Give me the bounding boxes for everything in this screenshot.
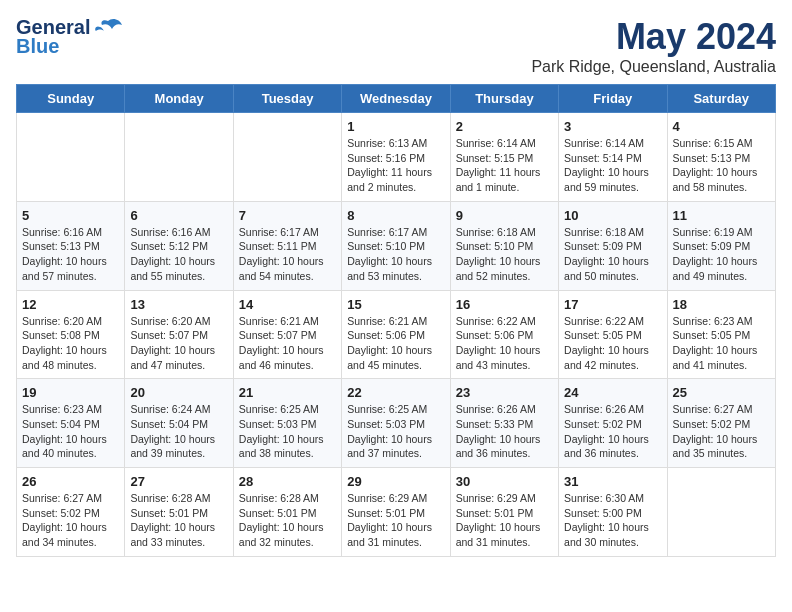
calendar-cell: 26Sunrise: 6:27 AMSunset: 5:02 PMDayligh…	[17, 468, 125, 557]
weekday-header-saturday: Saturday	[667, 85, 775, 113]
day-info: Sunrise: 6:26 AMSunset: 5:02 PMDaylight:…	[564, 402, 661, 461]
calendar-table: SundayMondayTuesdayWednesdayThursdayFrid…	[16, 84, 776, 557]
calendar-cell: 27Sunrise: 6:28 AMSunset: 5:01 PMDayligh…	[125, 468, 233, 557]
day-info: Sunrise: 6:14 AMSunset: 5:15 PMDaylight:…	[456, 136, 553, 195]
day-info: Sunrise: 6:18 AMSunset: 5:10 PMDaylight:…	[456, 225, 553, 284]
weekday-header-sunday: Sunday	[17, 85, 125, 113]
day-number: 17	[564, 297, 661, 312]
calendar-cell: 28Sunrise: 6:28 AMSunset: 5:01 PMDayligh…	[233, 468, 341, 557]
day-info: Sunrise: 6:17 AMSunset: 5:11 PMDaylight:…	[239, 225, 336, 284]
calendar-cell	[17, 113, 125, 202]
day-info: Sunrise: 6:25 AMSunset: 5:03 PMDaylight:…	[347, 402, 444, 461]
logo: General Blue	[16, 16, 122, 58]
calendar-cell	[125, 113, 233, 202]
calendar-week-row: 12Sunrise: 6:20 AMSunset: 5:08 PMDayligh…	[17, 290, 776, 379]
day-number: 24	[564, 385, 661, 400]
calendar-cell: 25Sunrise: 6:27 AMSunset: 5:02 PMDayligh…	[667, 379, 775, 468]
weekday-header-friday: Friday	[559, 85, 667, 113]
weekday-header-wednesday: Wednesday	[342, 85, 450, 113]
calendar-cell: 15Sunrise: 6:21 AMSunset: 5:06 PMDayligh…	[342, 290, 450, 379]
calendar-cell: 9Sunrise: 6:18 AMSunset: 5:10 PMDaylight…	[450, 201, 558, 290]
day-number: 25	[673, 385, 770, 400]
day-number: 8	[347, 208, 444, 223]
day-info: Sunrise: 6:29 AMSunset: 5:01 PMDaylight:…	[347, 491, 444, 550]
day-number: 11	[673, 208, 770, 223]
calendar-cell: 14Sunrise: 6:21 AMSunset: 5:07 PMDayligh…	[233, 290, 341, 379]
day-info: Sunrise: 6:22 AMSunset: 5:05 PMDaylight:…	[564, 314, 661, 373]
day-number: 12	[22, 297, 119, 312]
weekday-header-tuesday: Tuesday	[233, 85, 341, 113]
day-info: Sunrise: 6:21 AMSunset: 5:07 PMDaylight:…	[239, 314, 336, 373]
day-number: 16	[456, 297, 553, 312]
calendar-cell	[667, 468, 775, 557]
day-number: 14	[239, 297, 336, 312]
day-info: Sunrise: 6:27 AMSunset: 5:02 PMDaylight:…	[22, 491, 119, 550]
day-number: 20	[130, 385, 227, 400]
calendar-cell: 20Sunrise: 6:24 AMSunset: 5:04 PMDayligh…	[125, 379, 233, 468]
day-number: 15	[347, 297, 444, 312]
calendar-cell: 7Sunrise: 6:17 AMSunset: 5:11 PMDaylight…	[233, 201, 341, 290]
calendar-week-row: 26Sunrise: 6:27 AMSunset: 5:02 PMDayligh…	[17, 468, 776, 557]
day-number: 22	[347, 385, 444, 400]
calendar-cell: 12Sunrise: 6:20 AMSunset: 5:08 PMDayligh…	[17, 290, 125, 379]
logo-blue: Blue	[16, 35, 59, 58]
calendar-week-row: 5Sunrise: 6:16 AMSunset: 5:13 PMDaylight…	[17, 201, 776, 290]
day-info: Sunrise: 6:28 AMSunset: 5:01 PMDaylight:…	[130, 491, 227, 550]
day-number: 29	[347, 474, 444, 489]
day-info: Sunrise: 6:15 AMSunset: 5:13 PMDaylight:…	[673, 136, 770, 195]
day-number: 7	[239, 208, 336, 223]
day-number: 19	[22, 385, 119, 400]
calendar-cell	[233, 113, 341, 202]
calendar-cell: 2Sunrise: 6:14 AMSunset: 5:15 PMDaylight…	[450, 113, 558, 202]
calendar-cell: 1Sunrise: 6:13 AMSunset: 5:16 PMDaylight…	[342, 113, 450, 202]
calendar-cell: 23Sunrise: 6:26 AMSunset: 5:33 PMDayligh…	[450, 379, 558, 468]
calendar-cell: 11Sunrise: 6:19 AMSunset: 5:09 PMDayligh…	[667, 201, 775, 290]
calendar-cell: 24Sunrise: 6:26 AMSunset: 5:02 PMDayligh…	[559, 379, 667, 468]
day-number: 4	[673, 119, 770, 134]
calendar-cell: 16Sunrise: 6:22 AMSunset: 5:06 PMDayligh…	[450, 290, 558, 379]
day-info: Sunrise: 6:19 AMSunset: 5:09 PMDaylight:…	[673, 225, 770, 284]
calendar-cell: 19Sunrise: 6:23 AMSunset: 5:04 PMDayligh…	[17, 379, 125, 468]
day-number: 27	[130, 474, 227, 489]
title-area: May 2024 Park Ridge, Queensland, Austral…	[531, 16, 776, 76]
calendar-cell: 4Sunrise: 6:15 AMSunset: 5:13 PMDaylight…	[667, 113, 775, 202]
day-number: 13	[130, 297, 227, 312]
calendar-cell: 29Sunrise: 6:29 AMSunset: 5:01 PMDayligh…	[342, 468, 450, 557]
calendar-cell: 13Sunrise: 6:20 AMSunset: 5:07 PMDayligh…	[125, 290, 233, 379]
day-number: 2	[456, 119, 553, 134]
day-number: 3	[564, 119, 661, 134]
day-number: 23	[456, 385, 553, 400]
calendar-cell: 5Sunrise: 6:16 AMSunset: 5:13 PMDaylight…	[17, 201, 125, 290]
calendar-cell: 6Sunrise: 6:16 AMSunset: 5:12 PMDaylight…	[125, 201, 233, 290]
day-number: 30	[456, 474, 553, 489]
day-number: 10	[564, 208, 661, 223]
day-number: 5	[22, 208, 119, 223]
month-title: May 2024	[531, 16, 776, 58]
calendar-cell: 8Sunrise: 6:17 AMSunset: 5:10 PMDaylight…	[342, 201, 450, 290]
day-info: Sunrise: 6:26 AMSunset: 5:33 PMDaylight:…	[456, 402, 553, 461]
day-info: Sunrise: 6:13 AMSunset: 5:16 PMDaylight:…	[347, 136, 444, 195]
calendar-week-row: 1Sunrise: 6:13 AMSunset: 5:16 PMDaylight…	[17, 113, 776, 202]
day-info: Sunrise: 6:20 AMSunset: 5:07 PMDaylight:…	[130, 314, 227, 373]
day-number: 21	[239, 385, 336, 400]
calendar-cell: 21Sunrise: 6:25 AMSunset: 5:03 PMDayligh…	[233, 379, 341, 468]
calendar-cell: 18Sunrise: 6:23 AMSunset: 5:05 PMDayligh…	[667, 290, 775, 379]
page-header: General Blue May 2024 Park Ridge, Queens…	[16, 16, 776, 76]
calendar-cell: 3Sunrise: 6:14 AMSunset: 5:14 PMDaylight…	[559, 113, 667, 202]
day-number: 1	[347, 119, 444, 134]
day-info: Sunrise: 6:29 AMSunset: 5:01 PMDaylight:…	[456, 491, 553, 550]
day-info: Sunrise: 6:23 AMSunset: 5:04 PMDaylight:…	[22, 402, 119, 461]
calendar-cell: 10Sunrise: 6:18 AMSunset: 5:09 PMDayligh…	[559, 201, 667, 290]
calendar-cell: 30Sunrise: 6:29 AMSunset: 5:01 PMDayligh…	[450, 468, 558, 557]
location-title: Park Ridge, Queensland, Australia	[531, 58, 776, 76]
day-number: 31	[564, 474, 661, 489]
day-number: 6	[130, 208, 227, 223]
day-info: Sunrise: 6:17 AMSunset: 5:10 PMDaylight:…	[347, 225, 444, 284]
weekday-header-thursday: Thursday	[450, 85, 558, 113]
calendar-week-row: 19Sunrise: 6:23 AMSunset: 5:04 PMDayligh…	[17, 379, 776, 468]
calendar-cell: 31Sunrise: 6:30 AMSunset: 5:00 PMDayligh…	[559, 468, 667, 557]
day-info: Sunrise: 6:21 AMSunset: 5:06 PMDaylight:…	[347, 314, 444, 373]
day-info: Sunrise: 6:18 AMSunset: 5:09 PMDaylight:…	[564, 225, 661, 284]
day-number: 9	[456, 208, 553, 223]
weekday-header-row: SundayMondayTuesdayWednesdayThursdayFrid…	[17, 85, 776, 113]
